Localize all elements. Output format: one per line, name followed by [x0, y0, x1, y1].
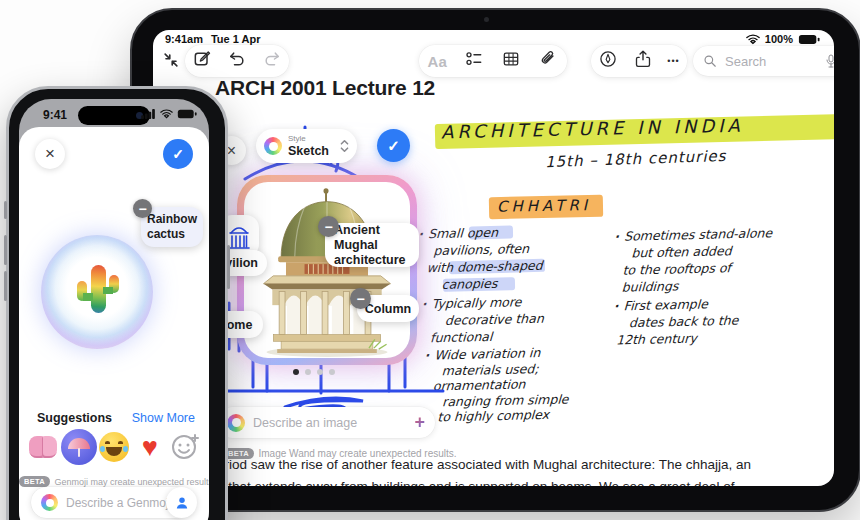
iphone-volume-down [4, 271, 7, 301]
tag-ancient-mughal[interactable]: Ancient Mughal architecture [325, 223, 419, 267]
checklist-icon [464, 49, 484, 69]
genmoji-prompt-input[interactable] [64, 495, 181, 511]
beta-badge: BETA [19, 476, 50, 487]
tag-label: Column [365, 302, 412, 316]
bullet-dot: · [613, 297, 619, 314]
add-emoji-icon [170, 432, 200, 462]
page-dots[interactable] [293, 369, 335, 375]
search-field[interactable] [693, 46, 834, 76]
collapse-button[interactable] [161, 50, 181, 74]
dynamic-island [78, 106, 150, 125]
undo-icon [227, 49, 247, 69]
paperclip-icon [538, 49, 558, 69]
new-genmoji-button[interactable] [168, 429, 204, 465]
chhatri-illustration [244, 182, 410, 358]
table-icon [501, 49, 521, 69]
imagewand-prompt-field[interactable]: + [217, 407, 435, 438]
note-paragraph-line: s period saw the rise of another feature… [199, 457, 751, 472]
person-icon [174, 495, 190, 511]
iphone-power-button [227, 245, 230, 289]
close-icon: × [227, 142, 236, 160]
style-value: Sketch [288, 145, 334, 158]
iphone-action-button [4, 201, 7, 219]
edit-toolbar-group [185, 45, 289, 77]
suggestions-label: Suggestions [37, 411, 112, 425]
people-button[interactable] [166, 487, 197, 518]
table-button[interactable] [501, 49, 521, 73]
beta-text: Genmoji may create unexpected results. [55, 477, 209, 487]
close-icon: × [45, 144, 55, 164]
genmoji-sheet: × ✓ Rainbow cactus − Suggestions Show Mo… [19, 127, 209, 520]
remove-tag-button[interactable]: − [133, 199, 152, 218]
style-swatch-icon [264, 137, 282, 155]
ipad-status-right: 100% [746, 33, 820, 45]
markup-button[interactable] [598, 49, 618, 73]
battery-icon [798, 34, 820, 45]
compose-button[interactable] [192, 49, 212, 73]
ipad-camera [484, 17, 489, 22]
ipad-status-left: 9:41am Tue 1 Apr [165, 33, 260, 45]
share-button[interactable] [633, 49, 653, 73]
checklist-button[interactable] [464, 49, 484, 73]
signal-icon [141, 109, 156, 119]
iphone-time: 9:41 [43, 108, 67, 122]
ipad-battery-pct: 100% [765, 33, 793, 45]
image-playground-icon [227, 414, 245, 432]
search-icon [703, 54, 717, 68]
actions-toolbar-group: ••• [591, 45, 687, 77]
note-paragraph-line: ning that extends away from buildings an… [199, 479, 735, 486]
compose-icon [192, 49, 212, 69]
note-title: ARCH 2001 Lecture 12 [215, 76, 435, 100]
heart-emoji[interactable]: ♥ [132, 429, 168, 465]
ipad-date: Tue 1 Apr [211, 33, 261, 45]
add-image-button[interactable]: + [414, 412, 425, 433]
rainbow-cactus-emoji [75, 263, 121, 319]
imagewand-accept-button[interactable]: ✓ [377, 129, 410, 162]
style-label: Style [288, 135, 334, 143]
genmoji-accept-button[interactable]: ✓ [163, 139, 193, 169]
markup-pen-icon [598, 49, 618, 69]
show-more-link[interactable]: Show More [132, 411, 195, 425]
ipad-screen: 9:41am Tue 1 Apr 100% Aa ••• [153, 30, 834, 486]
tag-label: Ancient Mughal architecture [334, 223, 410, 268]
tag-label: Rainbow cactus [147, 212, 197, 242]
handwritten-subtitle: 15th – 18th centuries [545, 147, 727, 171]
share-icon [633, 49, 653, 69]
mic-icon[interactable] [825, 53, 834, 69]
genmoji-close-button[interactable]: × [35, 139, 65, 169]
iphone-screen: 9:41 × ✓ Rainbow cactus [19, 99, 209, 520]
minus-icon: − [324, 219, 332, 235]
check-icon: ✓ [172, 146, 184, 162]
iphone-status-icons [141, 109, 197, 119]
minus-icon: − [138, 201, 146, 217]
imagewand-prompt-input[interactable] [251, 415, 408, 431]
image-playground-icon [41, 494, 58, 511]
format-button[interactable]: Aa [428, 53, 447, 70]
battery-icon [177, 109, 197, 119]
check-icon: ✓ [387, 137, 400, 155]
joy-emoji[interactable] [97, 429, 133, 465]
more-button[interactable]: ••• [667, 56, 679, 66]
collapse-icon [161, 50, 181, 70]
redo-button[interactable] [262, 49, 282, 73]
wifi-icon [746, 34, 760, 45]
bullet-dot: · [614, 228, 620, 245]
redo-icon [262, 49, 282, 69]
undo-button[interactable] [227, 49, 247, 73]
ipad-device: 9:41am Tue 1 Apr 100% Aa ••• [130, 8, 860, 512]
iphone-device: 9:41 × ✓ Rainbow cactus [6, 86, 228, 520]
chevron-updown-icon [340, 139, 349, 153]
iphone-volume-up [4, 235, 7, 265]
search-input[interactable] [723, 53, 819, 70]
suggestion-row: ♥ [25, 429, 203, 465]
attach-button[interactable] [538, 49, 558, 73]
brain-emoji[interactable] [25, 429, 61, 465]
style-selector[interactable]: Style Sketch [256, 129, 357, 163]
genmoji-preview [41, 235, 153, 349]
umbrella-genmoji[interactable] [61, 429, 97, 465]
handwritten-section: CHHATRI [497, 196, 591, 216]
remove-tag-button[interactable]: − [350, 288, 371, 309]
ipad-time: 9:41am [165, 33, 203, 45]
remove-tag-button[interactable]: − [318, 216, 339, 237]
generated-image [244, 182, 410, 358]
